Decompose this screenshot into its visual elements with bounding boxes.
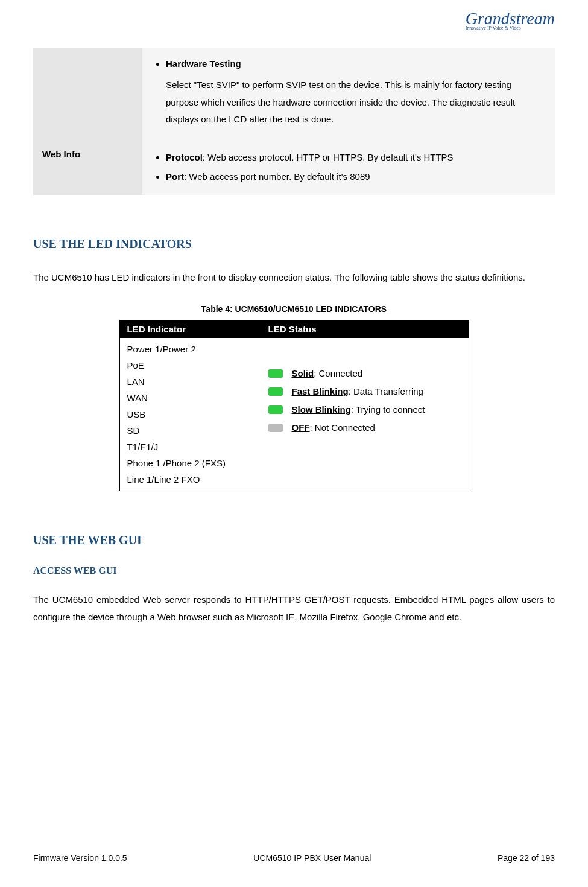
config-content-hardware: Hardware Testing Select "Test SVIP" to p… <box>142 48 555 142</box>
footer-title: UCM6510 IP PBX User Manual <box>253 853 371 863</box>
status-off: OFF: Not Connected <box>268 419 461 436</box>
footer-firmware: Firmware Version 1.0.0.5 <box>33 853 127 863</box>
heading-web-gui: USE THE WEB GUI <box>33 533 555 547</box>
status-solid: Solid: Connected <box>268 365 461 381</box>
status-fast-blinking: Fast Blinking: Data Transferring <box>268 383 461 399</box>
heading-led-indicators: USE THE LED INDICATORS <box>33 237 555 251</box>
led-indicator-list: Power 1/Power 2 PoE LAN WAN USB SD T1/E1… <box>119 338 261 491</box>
led-paragraph: The UCM6510 has LED indicators in the fr… <box>33 269 555 287</box>
config-label-webinfo: Web Info <box>33 142 142 195</box>
config-content-webinfo: Protocol: Web access protocol. HTTP or H… <box>142 142 555 195</box>
status-slow-blinking: Slow Blinking: Trying to connect <box>268 401 461 418</box>
led-table-caption: Table 4: UCM6510/UCM6510 LED INDICATORS <box>33 304 555 314</box>
config-label-hardware <box>33 48 142 142</box>
page-footer: Firmware Version 1.0.0.5 UCM6510 IP PBX … <box>33 853 555 863</box>
webinfo-port: Port: Web access port number. By default… <box>166 168 546 185</box>
led-green-icon <box>268 405 283 414</box>
config-table: Hardware Testing Select "Test SVIP" to p… <box>33 48 555 195</box>
web-gui-paragraph: The UCM6510 embedded Web server responds… <box>33 591 555 626</box>
led-status-list: Solid: Connected Fast Blinking: Data Tra… <box>261 338 469 491</box>
webinfo-protocol: Protocol: Web access protocol. HTTP or H… <box>166 149 546 165</box>
led-table: LED Indicator LED Status Power 1/Power 2… <box>119 320 469 491</box>
led-gray-icon <box>268 424 283 432</box>
footer-page: Page 22 of 193 <box>498 853 555 863</box>
led-header-status: LED Status <box>261 320 469 339</box>
led-green-icon <box>268 369 283 378</box>
hardware-testing-title: Hardware Testing <box>166 59 241 69</box>
led-green-icon <box>268 387 283 396</box>
subheading-access-web-gui: ACCESS WEB GUI <box>33 565 555 576</box>
led-header-indicator: LED Indicator <box>119 320 261 339</box>
hardware-testing-desc: Select "Test SVIP" to perform SVIP test … <box>166 77 546 129</box>
brand-logo: Grandstream Innovative IP Voice & Video <box>466 9 555 31</box>
